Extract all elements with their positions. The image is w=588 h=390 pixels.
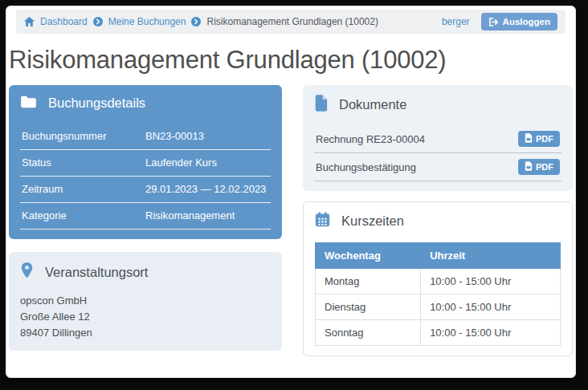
detail-label: Zeitraum	[22, 183, 145, 195]
time-cell: 10:00 - 15:00 Uhr	[421, 295, 561, 320]
page-title: Risikomanagement Grundlagen (10002)	[9, 46, 575, 75]
venue-title: Veranstaltungsort	[45, 265, 148, 280]
detail-row-kategorie: Kategorie Risikomanagement	[20, 203, 271, 230]
documents-header: Dokumente	[314, 95, 561, 115]
document-label: Buchungsbestätigung	[316, 161, 416, 173]
window-frame: Dashboard Meine Buchungen Risikomanageme…	[0, 0, 588, 390]
breadcrumb-current-page: Risikomanagement Grundlagen (10002)	[206, 16, 378, 27]
course-times-title: Kurszeiten	[341, 213, 404, 229]
day-cell: Montag	[316, 269, 421, 295]
document-row-rechnung: Rechnung RE23-00004 PDF	[314, 125, 561, 153]
detail-row-status: Status Laufender Kurs	[20, 150, 271, 177]
booking-details-title: Buchungsdetails	[48, 95, 145, 111]
time-cell: 10:00 - 15:00 Uhr	[421, 320, 561, 346]
detail-label: Buchungsnummer	[22, 130, 145, 142]
top-navigation-bar: Dashboard Meine Buchungen Risikomanageme…	[16, 10, 566, 34]
address-line-city: 89407 Dillingen	[20, 325, 271, 341]
home-icon	[24, 17, 35, 26]
venue-header: Veranstaltungsort	[20, 262, 271, 282]
detail-value: 29.01.2023 — 12.02.2023	[145, 183, 266, 195]
detail-value: BN23-00013	[145, 130, 204, 142]
content-columns: Buchungsdetails Buchungsnummer BN23-0001…	[9, 85, 573, 356]
logout-button-label: Ausloggen	[503, 17, 550, 26]
course-times-card: Kurszeiten Wochentag Uhrzeit Montag	[303, 201, 573, 356]
left-column: Buchungsdetails Buchungsnummer BN23-0001…	[9, 85, 282, 356]
table-header-row: Wochentag Uhrzeit	[316, 243, 561, 269]
pdf-download-button[interactable]: PDF	[518, 159, 560, 175]
detail-label: Status	[22, 156, 145, 169]
page: Dashboard Meine Buchungen Risikomanageme…	[6, 6, 576, 378]
address-line-company: opscon GmbH	[20, 293, 271, 309]
pdf-file-icon	[525, 161, 533, 173]
table-row-sonntag: Sonntag 10:00 - 15:00 Uhr	[316, 320, 561, 346]
course-times-header: Kurszeiten	[315, 212, 561, 230]
day-cell: Dienstag	[316, 295, 421, 320]
pdf-button-label: PDF	[536, 162, 553, 172]
documents-rows: Rechnung RE23-00004 PDF Buchungsbestätig…	[314, 125, 561, 181]
detail-row-zeitraum: Zeitraum 29.01.2023 — 12.02.2023	[20, 177, 271, 203]
pdf-button-label: PDF	[536, 134, 553, 144]
day-cell: Sonntag	[316, 320, 421, 346]
folder-icon	[20, 95, 37, 112]
right-column: Dokumente Rechnung RE23-00004 PDF	[303, 85, 573, 356]
venue-address: opscon GmbH Große Allee 12 89407 Dilling…	[20, 293, 271, 341]
logout-icon	[488, 18, 499, 26]
documents-title: Dokumente	[339, 97, 406, 112]
booking-details-header: Buchungsdetails	[20, 95, 271, 112]
table-row-dienstag: Dienstag 10:00 - 15:00 Uhr	[316, 295, 561, 320]
table-row-montag: Montag 10:00 - 15:00 Uhr	[316, 269, 561, 295]
detail-row-buchungsnummer: Buchungsnummer BN23-00013	[20, 124, 271, 150]
breadcrumb-meine-buchungen[interactable]: Meine Buchungen	[108, 16, 186, 27]
column-header-wochentag: Wochentag	[316, 243, 421, 269]
pdf-download-button[interactable]: PDF	[518, 131, 560, 147]
pdf-file-icon	[525, 133, 533, 144]
venue-card: Veranstaltungsort opscon GmbH Große Alle…	[9, 252, 282, 351]
document-label: Rechnung RE23-00004	[316, 133, 425, 145]
logout-button[interactable]: Ausloggen	[481, 13, 557, 30]
booking-details-card: Buchungsdetails Buchungsnummer BN23-0001…	[9, 85, 282, 239]
documents-card: Dokumente Rechnung RE23-00004 PDF	[303, 85, 573, 191]
calendar-icon	[315, 212, 330, 230]
chevron-right-circle-icon	[191, 17, 201, 26]
address-line-street: Große Allee 12	[20, 309, 271, 325]
map-pin-icon	[20, 262, 34, 282]
document-row-bestaetigung: Buchungsbestätigung PDF	[314, 153, 561, 181]
breadcrumb-dashboard[interactable]: Dashboard	[40, 16, 88, 27]
time-cell: 10:00 - 15:00 Uhr	[421, 269, 561, 295]
detail-value: Laufender Kurs	[145, 156, 217, 169]
detail-value: Risikomanagement	[145, 209, 235, 221]
document-icon	[314, 95, 328, 115]
chevron-right-circle-icon	[93, 17, 103, 26]
column-header-uhrzeit: Uhrzeit	[421, 243, 561, 269]
booking-details-rows: Buchungsnummer BN23-00013 Status Laufend…	[20, 124, 271, 230]
detail-label: Kategorie	[22, 209, 145, 221]
course-times-table: Wochentag Uhrzeit Montag 10:00 - 15:00 U…	[315, 242, 561, 346]
user-link[interactable]: berger	[442, 16, 470, 27]
